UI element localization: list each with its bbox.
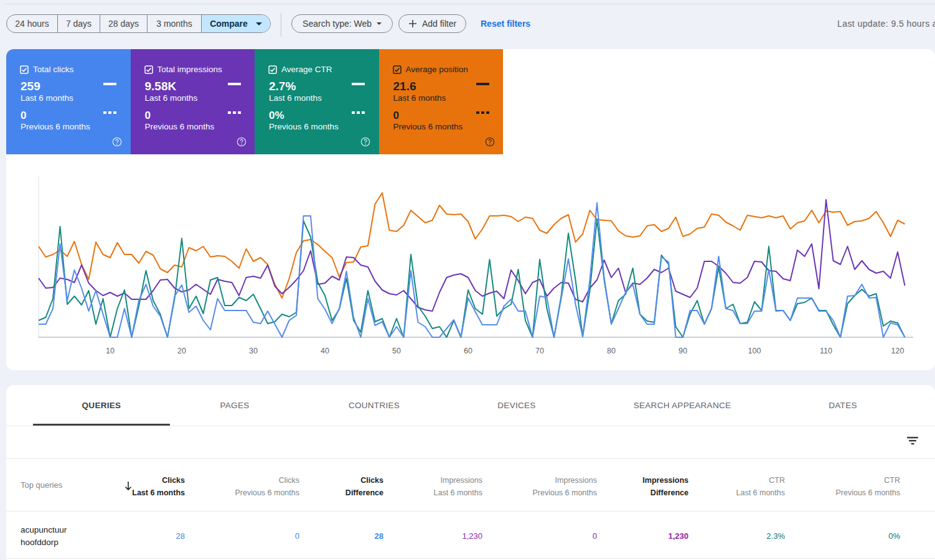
svg-text:120: 120 <box>891 347 904 355</box>
svg-text:40: 40 <box>321 347 329 355</box>
svg-text:50: 50 <box>392 347 401 355</box>
svg-text:80: 80 <box>607 347 616 355</box>
svg-text:110: 110 <box>820 347 832 355</box>
svg-text:60: 60 <box>464 347 472 355</box>
svg-text:90: 90 <box>679 347 687 355</box>
svg-text:20: 20 <box>177 347 186 355</box>
svg-text:10: 10 <box>106 347 115 355</box>
svg-text:30: 30 <box>249 347 258 355</box>
svg-text:70: 70 <box>535 347 544 355</box>
svg-text:100: 100 <box>748 347 761 355</box>
